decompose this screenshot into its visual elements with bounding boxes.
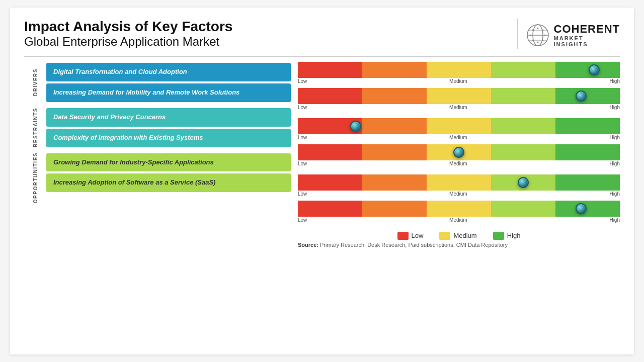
svg-point-5 <box>532 30 533 31</box>
legend-label-high: High <box>507 232 521 239</box>
legend-swatch-low <box>397 232 409 240</box>
chart-row-0: LowMediumHigh <box>298 62 620 86</box>
chart-row-5: LowMediumHigh <box>298 201 620 225</box>
main-card: Impact Analysis of Key Factors Global En… <box>10 8 634 354</box>
svg-point-12 <box>537 42 538 43</box>
slider-knob-4[interactable] <box>518 177 529 188</box>
legend-swatch-medium <box>439 232 450 240</box>
sub-title: Global Enterprise Application Market <box>24 35 232 49</box>
logo-text: COHERENT MARKET INSIGHTS <box>554 23 620 47</box>
header-row: Impact Analysis of Key Factors Global En… <box>24 19 620 49</box>
bar-label-low-0: Low <box>298 78 307 84</box>
right-panel: LowMediumHighLowMediumHighLowMediumHighL… <box>291 62 620 248</box>
factor-industry-specific: Growing Demand for Industry-Specific App… <box>46 153 291 172</box>
bar-label-low-4: Low <box>298 191 307 197</box>
chart-row-3: LowMediumHigh <box>298 144 620 168</box>
globe-icon <box>526 23 550 47</box>
logo: COHERENT MARKET INSIGHTS <box>526 20 620 47</box>
category-drivers: DRIVERS Digital Transformation and Cloud… <box>24 62 291 103</box>
bar-label-medium-2: Medium <box>449 135 467 140</box>
svg-point-6 <box>537 28 538 29</box>
bar-label-medium-0: Medium <box>449 78 467 84</box>
main-title: Impact Analysis of Key Factors <box>24 19 232 35</box>
bar-label-low-2: Low <box>298 135 307 140</box>
restraints-label: RESTRAINTS <box>24 107 46 148</box>
bar-label-high-2: High <box>609 135 620 140</box>
slider-knob-5[interactable] <box>576 203 587 214</box>
opportunities-items: Growing Demand for Industry-Specific App… <box>46 152 291 203</box>
logo-insights: INSIGHTS <box>554 41 620 47</box>
slider-knob-2[interactable] <box>350 121 361 132</box>
legend-label-low: Low <box>412 232 424 239</box>
drivers-label: DRIVERS <box>24 62 46 103</box>
bar-label-medium-1: Medium <box>449 105 467 110</box>
svg-point-9 <box>544 35 545 36</box>
svg-point-10 <box>532 40 533 41</box>
slider-knob-1[interactable] <box>576 90 587 102</box>
logo-coherent: COHERENT <box>554 23 620 35</box>
bar-label-medium-3: Medium <box>449 161 467 166</box>
bar-label-medium-4: Medium <box>449 191 467 197</box>
slider-knob-0[interactable] <box>589 64 600 75</box>
left-panel: DRIVERS Digital Transformation and Cloud… <box>24 62 291 248</box>
factor-data-security: Data Security and Privacy Concerns <box>46 108 291 127</box>
category-restraints: RESTRAINTS Data Security and Privacy Con… <box>24 107 291 148</box>
source-text: Source: Primary Research, Desk Research,… <box>298 242 620 248</box>
legend-low: Low <box>397 232 424 240</box>
bar-label-low-3: Low <box>298 161 307 166</box>
source-label: Source: <box>298 242 318 248</box>
svg-point-7 <box>542 30 543 31</box>
titles: Impact Analysis of Key Factors Global En… <box>24 19 232 49</box>
category-opportunities: OPPORTUNITIES Growing Demand for Industr… <box>24 152 291 203</box>
legend: Low Medium High <box>298 230 620 240</box>
bar-label-high-3: High <box>609 161 620 166</box>
bar-label-low-5: Low <box>298 217 307 223</box>
logo-divider <box>517 19 518 49</box>
svg-point-11 <box>542 40 543 41</box>
chart-rows: LowMediumHighLowMediumHighLowMediumHighL… <box>298 62 620 227</box>
factor-mobility-demand: Increasing Demand for Mobility and Remot… <box>46 83 291 102</box>
header-divider <box>24 56 620 57</box>
bar-label-medium-5: Medium <box>449 217 467 223</box>
svg-point-8 <box>530 35 531 36</box>
factor-integration-complexity: Complexity of Integration with Existing … <box>46 129 291 147</box>
legend-label-medium: Medium <box>453 232 476 239</box>
legend-high: High <box>493 232 521 240</box>
content-area: DRIVERS Digital Transformation and Cloud… <box>24 62 620 248</box>
drivers-items: Digital Transformation and Cloud Adoptio… <box>46 62 291 103</box>
opportunities-label: OPPORTUNITIES <box>24 152 46 203</box>
bar-label-high-4: High <box>609 191 620 197</box>
factor-digital-transformation: Digital Transformation and Cloud Adoptio… <box>46 63 291 81</box>
legend-swatch-high <box>493 232 504 240</box>
factor-saas-adoption: Increasing Adoption of Software as a Ser… <box>46 173 291 192</box>
chart-row-4: LowMediumHigh <box>298 174 620 199</box>
logo-market: MARKET <box>554 35 620 41</box>
source-content: Primary Research, Desk Research, Paid su… <box>320 242 508 248</box>
chart-row-2: LowMediumHigh <box>298 118 620 142</box>
restraints-items: Data Security and Privacy Concerns Compl… <box>46 107 291 148</box>
bar-label-low-1: Low <box>298 105 307 110</box>
bar-label-high-5: High <box>609 217 620 223</box>
legend-medium: Medium <box>439 232 476 240</box>
bar-label-high-1: High <box>609 105 620 110</box>
chart-row-1: LowMediumHigh <box>298 88 620 112</box>
slider-knob-3[interactable] <box>453 147 464 158</box>
bar-label-high-0: High <box>609 78 620 84</box>
